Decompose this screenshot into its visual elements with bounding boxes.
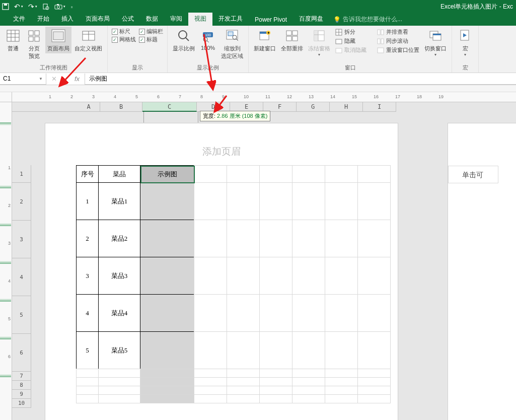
tab-home[interactable]: 开始 [31,13,55,26]
cell[interactable] [227,386,260,395]
cell[interactable]: 4 [76,294,99,332]
cell[interactable] [259,377,292,386]
name-box[interactable]: C1▼ [0,74,46,85]
cell[interactable] [194,257,227,295]
cell[interactable] [325,182,358,220]
cell[interactable] [259,331,292,369]
cell[interactable] [140,377,194,386]
tab-data[interactable]: 数据 [140,13,164,26]
chk-ruler[interactable]: ✓标尺 [112,28,136,35]
tab-formulas[interactable]: 公式 [116,13,140,26]
cell[interactable] [292,331,325,369]
view-normal-button[interactable]: 普通 [3,27,23,53]
qat-customize[interactable]: ꞊ [70,3,73,11]
cell[interactable] [227,331,260,369]
save-icon[interactable] [2,3,9,10]
cell[interactable] [357,394,391,403]
cell[interactable]: 3 [76,257,99,295]
tab-pagelayout[interactable]: 页面布局 [80,13,116,26]
formula-input[interactable]: 示例图 [85,74,516,85]
cell[interactable] [259,294,292,332]
cell[interactable]: 菜品1 [98,182,140,220]
cell[interactable] [259,386,292,395]
cell[interactable] [194,377,227,386]
cell[interactable] [140,331,194,369]
redo-button[interactable]: ↷▾ [28,3,37,11]
col-header-H[interactable]: H [330,102,363,112]
cell[interactable] [194,220,227,257]
tab-powerpivot[interactable]: Power Pivot [249,14,293,26]
row-header-4[interactable]: 4 [12,258,31,296]
cell[interactable] [76,377,99,386]
cell[interactable] [76,386,99,395]
col-header-C[interactable]: C [142,102,197,112]
cell[interactable] [194,331,227,369]
cell[interactable]: 序号 [76,165,99,183]
tab-file[interactable]: 文件 [7,13,31,26]
row-header-10[interactable]: 10 [12,399,31,408]
view-pagebreak-button[interactable]: 分页 预览 [24,27,44,61]
camera-icon[interactable]: ▾ [54,4,65,10]
header-placeholder[interactable]: 添加页眉 [45,145,398,158]
cell[interactable] [140,182,194,220]
cell[interactable] [194,294,227,332]
chk-gridlines[interactable]: ✓网格线 [112,36,136,43]
cell[interactable] [227,220,260,257]
chk-formulabar[interactable]: ✓编辑栏 [139,28,163,35]
sync-scroll-button[interactable]: 同步滚动 [376,37,420,45]
cell[interactable] [98,369,140,378]
cell[interactable] [98,386,140,395]
cell[interactable] [292,377,325,386]
cell[interactable] [140,386,194,395]
cell[interactable] [227,394,260,403]
right-page-placeholder[interactable]: 单击可 [462,171,483,180]
reset-window-button[interactable]: 重设窗口位置 [376,46,420,54]
cell[interactable] [292,394,325,403]
cell[interactable] [194,369,227,378]
row-header-3[interactable]: 3 [12,221,31,258]
split-button[interactable]: 拆分 [334,28,367,36]
cell[interactable] [194,165,227,183]
cell[interactable] [292,220,325,257]
cell[interactable]: 示例图 [140,165,194,183]
cell[interactable] [98,377,140,386]
view-pagelayout-button[interactable]: 页面布局 [45,27,71,53]
cell[interactable]: 2 [76,220,99,257]
cell[interactable] [357,369,391,378]
cell[interactable] [259,394,292,403]
cell[interactable] [357,377,391,386]
cell[interactable] [292,257,325,295]
cell[interactable] [259,220,292,257]
cell[interactable] [325,386,358,395]
zoom-button[interactable]: 显示比例 [171,27,197,53]
undo-button[interactable]: ↶▾ [14,3,23,11]
cell[interactable] [325,165,358,183]
row-header-9[interactable]: 9 [12,390,31,399]
freeze-panes-button[interactable]: 冻结窗格▾ [306,27,332,58]
cell[interactable] [292,369,325,378]
cell[interactable] [357,331,391,369]
cell[interactable] [259,369,292,378]
vertical-ruler[interactable]: 123456 [0,102,12,420]
cell[interactable] [227,369,260,378]
cell[interactable] [357,182,391,220]
cell[interactable] [325,257,358,295]
arrange-all-button[interactable]: 全部重排 [279,27,305,53]
cell[interactable]: 菜品2 [98,220,140,257]
cell[interactable] [292,182,325,220]
cell[interactable]: 菜品5 [98,331,140,369]
cell[interactable] [76,369,99,378]
row-header-2[interactable]: 2 [12,183,31,221]
col-header-A[interactable]: A [78,102,100,112]
tell-me-search[interactable]: 💡告诉我您想要做什么... [333,13,402,26]
tab-baidu[interactable]: 百度网盘 [293,13,329,26]
hide-button[interactable]: 隐藏 [334,37,367,45]
view-custom-button[interactable]: 自定义视图 [72,27,104,53]
cell[interactable] [140,369,194,378]
cell[interactable] [325,369,358,378]
cell[interactable] [292,294,325,332]
col-header-I[interactable]: I [363,102,396,112]
cell[interactable] [140,394,194,403]
macros-button[interactable]: 宏▾ [455,27,475,58]
cell[interactable] [227,294,260,332]
